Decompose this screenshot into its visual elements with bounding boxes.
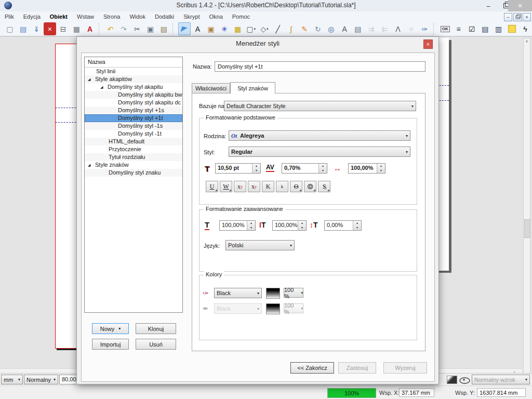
- open-document-button[interactable]: ▤: [17, 22, 30, 35]
- style-item[interactable]: HTML_default: [85, 138, 182, 145]
- strikethrough-button[interactable]: O: [290, 181, 302, 192]
- redo-button[interactable]: ↷: [117, 22, 130, 35]
- menu-widok[interactable]: Widok: [125, 14, 150, 20]
- scroll-up-icon[interactable]: ∧: [524, 38, 530, 45]
- tab-properties[interactable]: Właściwości: [192, 83, 230, 94]
- pdf-combo-box-button[interactable]: ▤: [479, 22, 491, 35]
- vertical-scaling-field[interactable]: 100,00% ▴▾: [272, 220, 307, 231]
- menu-dodatki[interactable]: Dodatki: [150, 14, 179, 20]
- visual-appearance-eye-icon[interactable]: [459, 377, 470, 384]
- dialog-close-button[interactable]: ×: [423, 39, 433, 49]
- font-size-field[interactable]: 10,50 pt ▴▾: [215, 163, 261, 174]
- spin-down-icon[interactable]: ▾: [353, 225, 361, 230]
- spin-up-icon[interactable]: ▴: [319, 164, 327, 168]
- save-as-pdf-button[interactable]: A: [84, 22, 96, 35]
- save-document-button[interactable]: ⇓: [30, 22, 43, 35]
- vision-simulation-select[interactable]: Normalny wzrok ▾: [472, 375, 530, 384]
- import-style-button[interactable]: Importuj: [92, 339, 129, 350]
- style-item[interactable]: ◢Style akapitów: [85, 75, 182, 83]
- kerning-field[interactable]: 0,70% ▴▾: [282, 163, 327, 174]
- vertical-scrollbar[interactable]: ∧ ∨: [523, 38, 530, 399]
- insert-render-frame-button[interactable]: ✳: [218, 22, 231, 35]
- unit-select[interactable]: mm ▾: [1, 375, 23, 384]
- pdf-link-annotation-button[interactable]: ϟ: [519, 22, 531, 35]
- expander-icon[interactable]: ◢: [88, 161, 95, 169]
- close-button[interactable]: ×: [508, 0, 532, 11]
- language-select[interactable]: Polski ▾: [225, 240, 295, 250]
- menu-pomoc[interactable]: Pomoc: [228, 14, 255, 20]
- pdf-text-annotation-button[interactable]: [506, 22, 518, 35]
- insert-table-button[interactable]: ▦: [232, 22, 244, 35]
- new-style-button[interactable]: Nowy ▾: [92, 323, 129, 334]
- subscript-button[interactable]: xy: [234, 181, 246, 192]
- mdi-minimize-button[interactable]: –: [504, 13, 512, 21]
- preflight-verifier-button[interactable]: ▦: [71, 22, 83, 35]
- based-on-select[interactable]: Default Character Style ▾: [224, 101, 416, 111]
- story-editor-button[interactable]: ▤: [352, 22, 364, 35]
- insert-text-frame-button[interactable]: A: [192, 22, 204, 35]
- pdf-checkbox-button[interactable]: ☑: [466, 22, 478, 35]
- scrollbar-thumb[interactable]: [524, 219, 530, 238]
- select-item-button[interactable]: ◤: [178, 22, 191, 35]
- menu-obiekt[interactable]: Obiekt: [45, 14, 72, 20]
- delete-style-button[interactable]: Usuń: [136, 339, 176, 350]
- spin-up-icon[interactable]: ▴: [298, 221, 306, 225]
- expander-icon[interactable]: ◢: [100, 83, 108, 91]
- font-family-select[interactable]: Ot Alegreya ▾: [229, 130, 410, 141]
- style-item[interactable]: Tytuł rozdziału: [85, 153, 182, 161]
- underline-button[interactable]: U: [206, 181, 218, 192]
- insert-bezier-curve-button[interactable]: ∫: [285, 22, 298, 35]
- style-item[interactable]: Domyślny styl znaku: [85, 169, 182, 177]
- new-document-button[interactable]: ▢: [4, 22, 16, 35]
- zoom-button[interactable]: ◎: [325, 22, 338, 35]
- superscript-button[interactable]: xy: [248, 181, 260, 192]
- undo-button[interactable]: ↶: [104, 22, 117, 35]
- menu-wstaw[interactable]: Wstaw: [72, 14, 99, 20]
- print-button[interactable]: ⊟: [57, 22, 70, 35]
- style-item[interactable]: Przytoczenie: [85, 145, 182, 153]
- pdf-list-box-button[interactable]: ▥: [493, 22, 505, 35]
- style-item[interactable]: ◢Style znaków: [85, 161, 182, 169]
- style-item[interactable]: Domyślny styl +1s: [85, 107, 182, 114]
- pdf-push-button-button[interactable]: OK: [439, 22, 451, 35]
- insert-image-frame-button[interactable]: ▣: [205, 22, 217, 35]
- spin-up-icon[interactable]: ▴: [252, 164, 260, 168]
- layer-indicator-icon[interactable]: [447, 376, 457, 384]
- style-name-input[interactable]: Domyślny styl +1t: [215, 61, 425, 72]
- insert-line-button[interactable]: ╱: [272, 22, 284, 35]
- done-button[interactable]: << Zakończ: [290, 362, 334, 374]
- tab-character-style[interactable]: Styl znaków: [230, 82, 275, 94]
- rotate-item-button[interactable]: ↻: [312, 22, 324, 35]
- edit-contents-button[interactable]: A: [338, 22, 351, 35]
- baseline-offset-field[interactable]: 0,00% ▴▾: [324, 220, 362, 231]
- style-item[interactable]: Domyślny styl -1s: [85, 122, 182, 130]
- insert-polygon-button[interactable]: ◇▾: [258, 22, 271, 35]
- fill-color-select[interactable]: Black ▾: [214, 288, 262, 298]
- style-item[interactable]: Domyślny styl akapitu bw: [85, 91, 182, 99]
- mdi-close-button[interactable]: ×: [523, 13, 531, 21]
- preview-quality-select[interactable]: Normalny ▾: [24, 375, 58, 384]
- horizontal-scaling-field[interactable]: 100,00% ▴▾: [219, 220, 256, 231]
- spin-down-icon[interactable]: ▾: [319, 168, 327, 173]
- spin-up-icon[interactable]: ▴: [353, 221, 361, 225]
- style-list[interactable]: Nazwa Styl linii ◢Style akapitów ◢Domyśl…: [84, 57, 183, 313]
- minimize-button[interactable]: –: [481, 0, 496, 11]
- style-item-selected[interactable]: Domyślny styl +1t: [85, 114, 182, 122]
- all-caps-button[interactable]: K: [262, 181, 274, 192]
- insert-shape-button[interactable]: ▢▾: [245, 22, 257, 35]
- font-style-select[interactable]: Regular ▾: [229, 147, 410, 157]
- paste-button[interactable]: ▤: [157, 22, 170, 35]
- outline-button[interactable]: O: [304, 181, 316, 192]
- shadow-button[interactable]: S: [318, 181, 330, 192]
- eye-dropper-button[interactable]: ✑: [419, 22, 431, 35]
- spin-down-icon[interactable]: ▾: [247, 225, 255, 230]
- spin-up-icon[interactable]: ▴: [377, 164, 385, 168]
- menu-skrypt[interactable]: Skrypt: [179, 14, 204, 20]
- cut-button[interactable]: ✂: [131, 22, 143, 35]
- menu-strona[interactable]: Strona: [99, 14, 125, 20]
- style-item[interactable]: Domyślny styl -1t: [85, 130, 182, 138]
- spin-down-icon[interactable]: ▾: [298, 225, 306, 230]
- menu-edycja[interactable]: Edycja: [19, 14, 45, 20]
- menu-plik[interactable]: Plik: [0, 14, 19, 20]
- close-document-button[interactable]: ×: [44, 22, 56, 35]
